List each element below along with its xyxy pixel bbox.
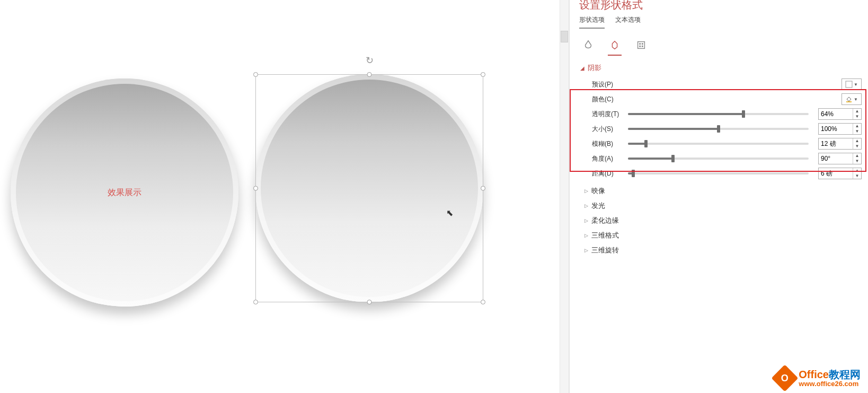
reflection-label: 映像 bbox=[591, 186, 605, 196]
panel-scrollbar[interactable] bbox=[864, 0, 868, 393]
transparency-row: 透明度(T) ▲▼ bbox=[579, 107, 862, 121]
size-slider[interactable] bbox=[628, 128, 809, 130]
expand-icon: ▷ bbox=[584, 203, 588, 208]
blur-label: 模糊(B) bbox=[592, 139, 628, 149]
rotation-3d-section[interactable]: ▷三维旋转 bbox=[584, 246, 862, 255]
blur-row: 模糊(B) ▲▼ bbox=[579, 136, 862, 151]
distance-spinner[interactable]: ▲▼ bbox=[818, 168, 862, 179]
panel-title: 设置形状格式 bbox=[579, 0, 862, 12]
glow-section[interactable]: ▷发光 bbox=[584, 201, 862, 211]
soft-edges-label: 柔化边缘 bbox=[591, 216, 619, 225]
spin-up-icon[interactable]: ▲ bbox=[853, 138, 861, 144]
effects-icon[interactable] bbox=[608, 38, 622, 56]
slider-thumb[interactable] bbox=[671, 155, 675, 162]
slider-thumb[interactable] bbox=[742, 110, 745, 118]
rotation-3d-label: 三维旋转 bbox=[591, 246, 619, 255]
format-3d-section[interactable]: ▷三维格式 bbox=[584, 231, 862, 240]
color-row: 颜色(C) ▼ bbox=[579, 92, 862, 107]
vertical-scrollbar-track[interactable] bbox=[560, 0, 569, 393]
resize-handle-ne[interactable] bbox=[481, 72, 485, 77]
expand-icon: ▷ bbox=[584, 218, 588, 223]
preset-dropdown[interactable]: ▼ bbox=[842, 78, 862, 90]
slide-canvas[interactable]: 效果展示 ↻ ⬉ bbox=[0, 0, 567, 393]
expand-icon: ▷ bbox=[584, 233, 588, 238]
distance-input[interactable] bbox=[819, 170, 853, 177]
size-properties-icon[interactable] bbox=[634, 38, 648, 56]
svg-rect-2 bbox=[642, 43, 643, 45]
category-icons bbox=[581, 38, 862, 56]
size-row: 大小(S) ▲▼ bbox=[579, 121, 862, 136]
shadow-header-label: 阴影 bbox=[588, 63, 601, 73]
panel-tabs: 形状选项 文本选项 bbox=[579, 15, 862, 29]
fill-line-icon[interactable] bbox=[581, 38, 595, 56]
slider-thumb[interactable] bbox=[717, 125, 720, 133]
spin-up-icon[interactable]: ▲ bbox=[853, 124, 861, 129]
svg-rect-1 bbox=[639, 43, 641, 45]
format-shape-panel: 设置形状格式 形状选项 文本选项 ◢ 阴影 预设(P) ▼ 颜色(C) bbox=[569, 0, 868, 393]
resize-handle-sw[interactable] bbox=[253, 300, 258, 304]
transparency-slider[interactable] bbox=[628, 113, 809, 115]
size-spinner[interactable]: ▲▼ bbox=[818, 123, 862, 135]
rotate-handle-icon[interactable]: ↻ bbox=[366, 55, 374, 66]
transparency-label: 透明度(T) bbox=[592, 110, 628, 119]
spin-down-icon[interactable]: ▼ bbox=[853, 173, 861, 179]
angle-slider[interactable] bbox=[628, 158, 809, 160]
paint-bucket-icon bbox=[845, 95, 853, 103]
angle-row: 角度(A) ▲▼ bbox=[579, 151, 862, 166]
format-3d-label: 三维格式 bbox=[591, 231, 619, 240]
color-label: 颜色(C) bbox=[592, 95, 628, 104]
vertical-scrollbar-thumb[interactable] bbox=[561, 31, 568, 42]
collapse-icon: ◢ bbox=[580, 65, 584, 71]
blur-input[interactable] bbox=[819, 140, 853, 147]
tab-shape-options[interactable]: 形状选项 bbox=[579, 15, 605, 29]
angle-input[interactable] bbox=[819, 155, 853, 162]
resize-handle-se[interactable] bbox=[481, 300, 485, 304]
spin-up-icon[interactable]: ▲ bbox=[853, 168, 861, 173]
preset-label: 预设(P) bbox=[592, 80, 628, 89]
transparency-spinner[interactable]: ▲▼ bbox=[818, 108, 862, 120]
distance-label: 距离(D) bbox=[592, 169, 628, 178]
chevron-down-icon: ▼ bbox=[854, 82, 858, 87]
distance-row: 距离(D) ▲▼ bbox=[579, 166, 862, 181]
watermark-logo-icon: O bbox=[772, 364, 799, 391]
size-label: 大小(S) bbox=[592, 125, 628, 134]
spin-down-icon[interactable]: ▼ bbox=[853, 129, 861, 134]
angle-spinner[interactable]: ▲▼ bbox=[818, 153, 862, 164]
blur-spinner[interactable]: ▲▼ bbox=[818, 138, 862, 150]
spin-down-icon[interactable]: ▼ bbox=[853, 144, 861, 149]
example-circle-left[interactable]: 效果展示 bbox=[11, 78, 238, 307]
svg-rect-0 bbox=[638, 42, 645, 49]
chevron-down-icon: ▼ bbox=[854, 97, 858, 102]
shadow-section-header[interactable]: ◢ 阴影 bbox=[580, 63, 862, 73]
preset-row: 预设(P) ▼ bbox=[579, 77, 862, 92]
slider-thumb[interactable] bbox=[632, 170, 635, 177]
transparency-input[interactable] bbox=[819, 110, 853, 118]
watermark-url: www.office26.com bbox=[799, 380, 861, 388]
glow-label: 发光 bbox=[591, 201, 605, 211]
reflection-section[interactable]: ▷映像 bbox=[584, 186, 862, 196]
watermark: O Office教程网 www.office26.com bbox=[775, 369, 861, 388]
expand-icon: ▷ bbox=[584, 248, 588, 253]
spin-up-icon[interactable]: ▲ bbox=[853, 109, 861, 114]
size-input[interactable] bbox=[819, 125, 853, 133]
svg-rect-3 bbox=[639, 46, 641, 47]
spin-down-icon[interactable]: ▼ bbox=[853, 114, 861, 119]
spin-up-icon[interactable]: ▲ bbox=[853, 153, 861, 159]
watermark-title: Office教程网 bbox=[799, 369, 861, 380]
circle-label: 效果展示 bbox=[108, 187, 141, 198]
slider-thumb[interactable] bbox=[644, 140, 648, 147]
spin-down-icon[interactable]: ▼ bbox=[853, 159, 861, 164]
resize-handle-nw[interactable] bbox=[253, 72, 258, 77]
blur-slider[interactable] bbox=[628, 143, 809, 145]
tab-text-options[interactable]: 文本选项 bbox=[615, 15, 641, 29]
color-dropdown[interactable]: ▼ bbox=[842, 93, 862, 105]
svg-rect-5 bbox=[846, 81, 852, 88]
distance-slider[interactable] bbox=[628, 172, 809, 174]
svg-rect-4 bbox=[642, 46, 643, 47]
example-circle-right[interactable] bbox=[255, 74, 483, 302]
preset-swatch-icon bbox=[845, 81, 853, 88]
cursor-icon: ⬉ bbox=[446, 208, 453, 218]
soft-edges-section[interactable]: ▷柔化边缘 bbox=[584, 216, 862, 225]
angle-label: 角度(A) bbox=[592, 154, 628, 163]
svg-rect-6 bbox=[846, 101, 852, 102]
